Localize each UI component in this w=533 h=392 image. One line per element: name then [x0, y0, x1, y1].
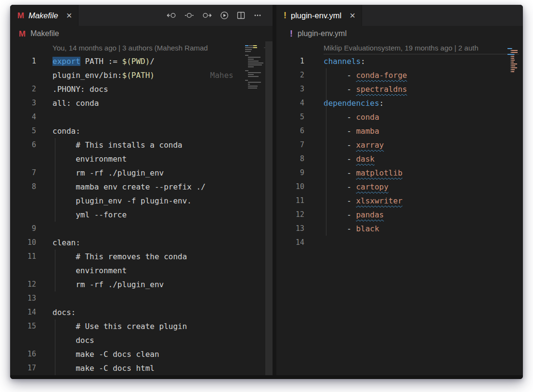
code-line[interactable]: 8 - dask [276, 152, 523, 166]
code-line[interactable]: 10 - cartopy [276, 180, 523, 194]
line-number[interactable]: 1 [276, 54, 324, 68]
code-line[interactable]: 13 [10, 291, 245, 305]
line-number[interactable]: 8 [276, 152, 324, 166]
git-blame-annotation[interactable]: Miklip Evaluationsystem, 19 months ago |… [276, 41, 523, 54]
line-number[interactable]: 5 [276, 110, 324, 124]
code-line[interactable]: 4dependencies: [276, 96, 523, 110]
line-number[interactable]: 14 [10, 305, 52, 319]
code-line[interactable]: 12 rm -rf ./plugin_env [10, 278, 245, 291]
editor-group-separator[interactable] [273, 5, 276, 375]
line-number[interactable]: 7 [10, 166, 52, 180]
minimap[interactable] [245, 41, 265, 375]
line-number[interactable] [10, 333, 52, 347]
tab-plugin-env-yml[interactable]: ! plugin-env.yml × [276, 5, 362, 26]
line-number[interactable]: 4 [276, 96, 324, 110]
line-number[interactable]: 14 [276, 236, 324, 250]
line-number[interactable]: 15 [10, 319, 52, 333]
minimap[interactable] [507, 44, 521, 75]
token: rm -rf ./plugin_env [52, 168, 164, 177]
code-line[interactable]: 1channels: [276, 54, 523, 68]
code-line[interactable]: 9 [10, 222, 245, 236]
code-line[interactable]: 6 - mamba [276, 124, 523, 138]
line-number[interactable] [10, 194, 52, 208]
code-line[interactable]: 14docs: [10, 305, 245, 319]
line-number[interactable]: 10 [10, 236, 52, 250]
code-line[interactable]: 3all: conda [10, 96, 245, 110]
line-text: rm -rf ./plugin_env [52, 166, 164, 180]
code-line[interactable]: plugin_env/bin:$(PATH) Mahes [10, 68, 245, 82]
code-area-makefile[interactable]: 1export PATH := $(PWD)/plugin_env/bin:$(… [10, 54, 245, 375]
line-number[interactable]: 5 [10, 124, 52, 138]
line-number[interactable]: 7 [276, 138, 324, 152]
line-number[interactable]: 13 [10, 291, 52, 305]
next-change-icon[interactable] [202, 12, 212, 19]
code-column: Miklip Evaluationsystem, 19 months ago |… [276, 41, 523, 375]
token: conda-forge [356, 71, 407, 80]
line-number[interactable]: 3 [276, 82, 324, 96]
line-number[interactable]: 2 [10, 82, 52, 96]
line-number[interactable]: 6 [10, 138, 52, 152]
close-tab-icon[interactable]: × [66, 11, 72, 20]
code-line[interactable]: yml --force [10, 208, 245, 222]
more-actions-icon[interactable] [253, 12, 262, 19]
code-line[interactable]: 16 make -C docs clean [10, 347, 245, 361]
line-number[interactable]: 12 [10, 278, 52, 291]
line-number[interactable]: 8 [10, 180, 52, 194]
code-line[interactable]: docs [10, 333, 245, 347]
token: conda [356, 113, 379, 122]
git-blame-annotation[interactable]: You, 14 months ago | 3 authors (Mahesh R… [10, 41, 245, 54]
changes-icon[interactable] [184, 12, 194, 19]
line-number[interactable]: 12 [276, 208, 324, 222]
scrollbar[interactable] [265, 41, 273, 375]
split-editor-icon[interactable] [237, 12, 245, 19]
line-number[interactable]: 6 [276, 124, 324, 138]
line-number[interactable]: 1 [10, 54, 52, 68]
code-line[interactable]: 5 - conda [276, 110, 523, 124]
line-number[interactable] [10, 152, 52, 166]
line-number[interactable]: 13 [276, 222, 324, 236]
code-line[interactable]: 1export PATH := $(PWD)/ [10, 54, 245, 68]
code-line[interactable]: plugin_env -f plugin-env. [10, 194, 245, 208]
code-line[interactable]: 3 - spectraldns [276, 82, 523, 96]
code-line[interactable]: 12 - pandas [276, 208, 523, 222]
code-line[interactable]: 10clean: [10, 236, 245, 250]
line-number[interactable] [10, 264, 52, 278]
run-icon[interactable] [220, 11, 229, 20]
line-number[interactable] [10, 68, 52, 82]
code-line[interactable]: 9 - matplotlib [276, 166, 523, 180]
code-line[interactable]: 17 make -C docs html [10, 361, 245, 375]
line-number[interactable]: 11 [10, 250, 52, 264]
code-area-yaml[interactable]: 1channels:2 - conda-forge3 - spectraldns… [276, 54, 523, 375]
code-line[interactable]: environment [10, 264, 245, 278]
code-line[interactable]: 4 [10, 110, 245, 124]
code-line[interactable]: 13 - black [276, 222, 523, 236]
line-number[interactable]: 11 [276, 194, 324, 208]
line-number[interactable]: 9 [10, 222, 52, 236]
line-number[interactable]: 17 [10, 361, 52, 375]
line-number[interactable]: 9 [276, 166, 324, 180]
code-line[interactable]: 2 - conda-forge [276, 68, 523, 82]
code-line[interactable]: 8 mamba env create --prefix ./ [10, 180, 245, 194]
code-line[interactable]: 11 - xlsxwriter [276, 194, 523, 208]
line-number[interactable]: 10 [276, 180, 324, 194]
code-line[interactable]: 7 - xarray [276, 138, 523, 152]
close-tab-icon[interactable]: × [350, 11, 355, 20]
breadcrumb-makefile[interactable]: M Makefile [10, 26, 273, 41]
code-line[interactable]: environment [10, 152, 245, 166]
line-number[interactable]: 3 [10, 96, 52, 110]
code-line[interactable]: 2.PHONY: docs [10, 82, 245, 96]
code-line[interactable]: 6 # This installs a conda [10, 138, 245, 152]
code-line[interactable]: 5conda: [10, 124, 245, 138]
code-line[interactable]: 11 # This removes the conda [10, 250, 245, 264]
line-number[interactable]: 16 [10, 347, 52, 361]
code-line[interactable]: 7 rm -rf ./plugin_env [10, 166, 245, 180]
code-line[interactable]: 15 # Use this create plugin [10, 319, 245, 333]
tab-makefile[interactable]: M Makefile × [10, 5, 78, 26]
line-number[interactable]: 2 [276, 68, 324, 82]
line-number[interactable]: 4 [10, 110, 52, 124]
previous-change-icon[interactable] [167, 12, 176, 19]
code-line[interactable]: 14 [276, 236, 523, 250]
token: mamba env create --prefix ./ [52, 182, 206, 191]
breadcrumb-plugin-env[interactable]: ! plugin-env.yml [276, 26, 523, 41]
line-number[interactable] [10, 208, 52, 222]
